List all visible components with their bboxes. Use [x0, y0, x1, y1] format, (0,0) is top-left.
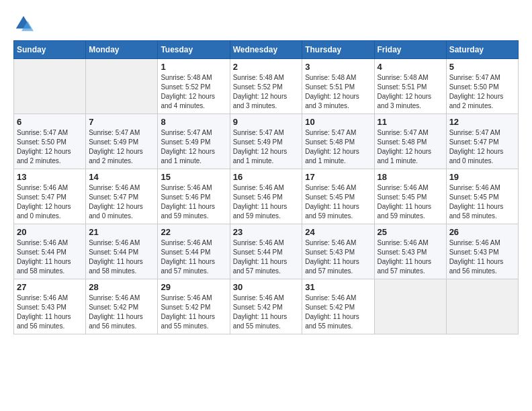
logo: [13, 13, 36, 34]
day-info: Sunrise: 5:46 AMSunset: 5:42 PMDaylight:…: [161, 293, 226, 331]
day-number: 15: [161, 172, 226, 182]
calendar-header-row: SundayMondayTuesdayWednesdayThursdayFrid…: [14, 41, 519, 59]
day-number: 12: [449, 117, 515, 127]
day-number: 22: [161, 227, 226, 237]
calendar-cell: 2Sunrise: 5:48 AMSunset: 5:52 PMDaylight…: [230, 59, 302, 114]
day-info: Sunrise: 5:48 AMSunset: 5:52 PMDaylight:…: [161, 73, 226, 111]
day-info: Sunrise: 5:46 AMSunset: 5:42 PMDaylight:…: [89, 293, 154, 331]
day-number: 24: [305, 227, 371, 237]
day-number: 27: [17, 282, 83, 292]
day-number: 30: [233, 282, 300, 292]
day-number: 14: [89, 172, 154, 182]
day-number: 16: [233, 172, 300, 182]
calendar-cell: [86, 59, 158, 114]
day-info: Sunrise: 5:46 AMSunset: 5:43 PMDaylight:…: [305, 238, 371, 276]
weekday-header: Thursday: [302, 41, 374, 59]
day-number: 6: [17, 117, 83, 127]
day-info: Sunrise: 5:46 AMSunset: 5:45 PMDaylight:…: [449, 183, 515, 221]
day-number: 9: [233, 117, 300, 127]
calendar-cell: 24Sunrise: 5:46 AMSunset: 5:43 PMDayligh…: [302, 224, 374, 279]
weekday-header: Tuesday: [158, 41, 230, 59]
calendar-cell: 23Sunrise: 5:46 AMSunset: 5:44 PMDayligh…: [230, 224, 302, 279]
calendar-cell: 17Sunrise: 5:46 AMSunset: 5:45 PMDayligh…: [302, 169, 374, 224]
day-info: Sunrise: 5:46 AMSunset: 5:44 PMDaylight:…: [233, 238, 300, 276]
day-number: 19: [449, 172, 515, 182]
calendar-cell: 3Sunrise: 5:48 AMSunset: 5:51 PMDaylight…: [302, 59, 374, 114]
weekday-header: Wednesday: [230, 41, 302, 59]
day-number: 10: [305, 117, 371, 127]
day-info: Sunrise: 5:46 AMSunset: 5:44 PMDaylight:…: [89, 238, 154, 276]
day-info: Sunrise: 5:47 AMSunset: 5:49 PMDaylight:…: [161, 128, 226, 166]
calendar-cell: 28Sunrise: 5:46 AMSunset: 5:42 PMDayligh…: [86, 279, 158, 334]
day-number: 5: [449, 62, 515, 72]
weekday-header: Saturday: [446, 41, 518, 59]
calendar-cell: 14Sunrise: 5:46 AMSunset: 5:47 PMDayligh…: [86, 169, 158, 224]
day-number: 7: [89, 117, 154, 127]
calendar-week-row: 20Sunrise: 5:46 AMSunset: 5:44 PMDayligh…: [14, 224, 519, 279]
day-number: 4: [378, 62, 443, 72]
day-number: 13: [17, 172, 83, 182]
calendar-week-row: 27Sunrise: 5:46 AMSunset: 5:43 PMDayligh…: [14, 279, 519, 334]
day-number: 23: [233, 227, 300, 237]
day-number: 26: [449, 227, 515, 237]
weekday-header: Friday: [374, 41, 446, 59]
calendar-week-row: 6Sunrise: 5:47 AMSunset: 5:50 PMDaylight…: [14, 114, 519, 169]
day-info: Sunrise: 5:48 AMSunset: 5:51 PMDaylight:…: [378, 73, 443, 111]
calendar-cell: 27Sunrise: 5:46 AMSunset: 5:43 PMDayligh…: [14, 279, 86, 334]
calendar-cell: [446, 279, 518, 334]
weekday-header: Monday: [86, 41, 158, 59]
calendar-week-row: 1Sunrise: 5:48 AMSunset: 5:52 PMDaylight…: [14, 59, 519, 114]
logo-icon: [13, 13, 34, 34]
day-info: Sunrise: 5:47 AMSunset: 5:50 PMDaylight:…: [449, 73, 515, 111]
day-info: Sunrise: 5:47 AMSunset: 5:50 PMDaylight:…: [17, 128, 83, 166]
calendar-cell: 29Sunrise: 5:46 AMSunset: 5:42 PMDayligh…: [158, 279, 230, 334]
calendar-cell: 8Sunrise: 5:47 AMSunset: 5:49 PMDaylight…: [158, 114, 230, 169]
calendar-cell: 4Sunrise: 5:48 AMSunset: 5:51 PMDaylight…: [374, 59, 446, 114]
calendar-cell: 16Sunrise: 5:46 AMSunset: 5:46 PMDayligh…: [230, 169, 302, 224]
day-info: Sunrise: 5:47 AMSunset: 5:49 PMDaylight:…: [89, 128, 154, 166]
day-info: Sunrise: 5:46 AMSunset: 5:46 PMDaylight:…: [161, 183, 226, 221]
day-info: Sunrise: 5:46 AMSunset: 5:43 PMDaylight:…: [449, 238, 515, 276]
day-number: 11: [378, 117, 443, 127]
calendar-cell: 5Sunrise: 5:47 AMSunset: 5:50 PMDaylight…: [446, 59, 518, 114]
calendar-cell: [374, 279, 446, 334]
day-info: Sunrise: 5:46 AMSunset: 5:46 PMDaylight:…: [233, 183, 300, 221]
day-number: 20: [17, 227, 83, 237]
day-info: Sunrise: 5:46 AMSunset: 5:47 PMDaylight:…: [89, 183, 154, 221]
day-number: 2: [233, 62, 300, 72]
day-info: Sunrise: 5:47 AMSunset: 5:48 PMDaylight:…: [305, 128, 371, 166]
day-number: 25: [378, 227, 443, 237]
calendar-table: SundayMondayTuesdayWednesdayThursdayFrid…: [13, 40, 519, 334]
calendar-cell: 12Sunrise: 5:47 AMSunset: 5:47 PMDayligh…: [446, 114, 518, 169]
day-info: Sunrise: 5:46 AMSunset: 5:42 PMDaylight:…: [305, 293, 371, 331]
calendar-cell: 13Sunrise: 5:46 AMSunset: 5:47 PMDayligh…: [14, 169, 86, 224]
day-number: 28: [89, 282, 154, 292]
calendar-cell: 9Sunrise: 5:47 AMSunset: 5:49 PMDaylight…: [230, 114, 302, 169]
calendar-cell: 22Sunrise: 5:46 AMSunset: 5:44 PMDayligh…: [158, 224, 230, 279]
day-number: 31: [305, 282, 371, 292]
calendar-cell: 15Sunrise: 5:46 AMSunset: 5:46 PMDayligh…: [158, 169, 230, 224]
day-info: Sunrise: 5:47 AMSunset: 5:48 PMDaylight:…: [378, 128, 443, 166]
calendar-cell: 20Sunrise: 5:46 AMSunset: 5:44 PMDayligh…: [14, 224, 86, 279]
calendar-cell: 18Sunrise: 5:46 AMSunset: 5:45 PMDayligh…: [374, 169, 446, 224]
day-number: 17: [305, 172, 371, 182]
weekday-header: Sunday: [14, 41, 86, 59]
page-header: [13, 13, 519, 34]
calendar-cell: 11Sunrise: 5:47 AMSunset: 5:48 PMDayligh…: [374, 114, 446, 169]
day-info: Sunrise: 5:47 AMSunset: 5:49 PMDaylight:…: [233, 128, 300, 166]
day-info: Sunrise: 5:46 AMSunset: 5:43 PMDaylight:…: [17, 293, 83, 331]
calendar-cell: 30Sunrise: 5:46 AMSunset: 5:42 PMDayligh…: [230, 279, 302, 334]
day-number: 18: [378, 172, 443, 182]
day-info: Sunrise: 5:48 AMSunset: 5:51 PMDaylight:…: [305, 73, 371, 111]
day-info: Sunrise: 5:46 AMSunset: 5:45 PMDaylight:…: [378, 183, 443, 221]
calendar-cell: 25Sunrise: 5:46 AMSunset: 5:43 PMDayligh…: [374, 224, 446, 279]
day-info: Sunrise: 5:46 AMSunset: 5:42 PMDaylight:…: [233, 293, 300, 331]
calendar-week-row: 13Sunrise: 5:46 AMSunset: 5:47 PMDayligh…: [14, 169, 519, 224]
calendar-cell: 21Sunrise: 5:46 AMSunset: 5:44 PMDayligh…: [86, 224, 158, 279]
day-number: 29: [161, 282, 226, 292]
calendar-cell: 7Sunrise: 5:47 AMSunset: 5:49 PMDaylight…: [86, 114, 158, 169]
day-number: 21: [89, 227, 154, 237]
calendar-cell: 6Sunrise: 5:47 AMSunset: 5:50 PMDaylight…: [14, 114, 86, 169]
day-number: 3: [305, 62, 371, 72]
calendar-cell: 10Sunrise: 5:47 AMSunset: 5:48 PMDayligh…: [302, 114, 374, 169]
